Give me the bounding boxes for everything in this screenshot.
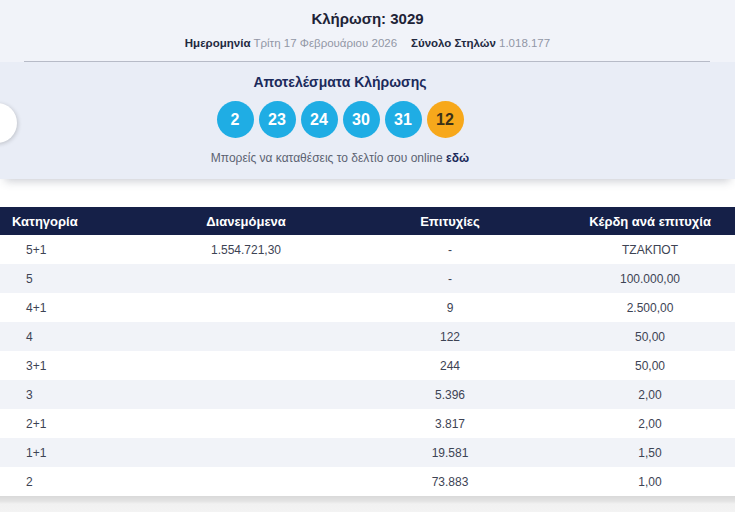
category-cell: 5 bbox=[0, 272, 157, 286]
draw-meta: Ημερομηνία Τρίτη 17 Φεβρουάριου 2026Σύνο… bbox=[0, 37, 735, 49]
table-row: 2+13.8172,00 bbox=[0, 409, 735, 438]
winning-numbers: 22324303112 bbox=[0, 101, 680, 138]
winners-cell: 19.581 bbox=[335, 446, 565, 460]
total-columns: Σύνολο Στηλών 1.018.177 bbox=[411, 37, 550, 49]
winning-number-ball: 23 bbox=[259, 101, 296, 138]
winners-cell: 73.883 bbox=[335, 475, 565, 489]
table-row: 3+124450,00 bbox=[0, 351, 735, 380]
header-distributed: Διανεμόμενα bbox=[157, 214, 335, 229]
winners-cell: - bbox=[335, 272, 565, 286]
prize-table: Κατηγορία Διανεμόμενα Επιτυχίες Κέρδη αν… bbox=[0, 207, 735, 496]
prize-cell: 50,00 bbox=[565, 330, 735, 344]
winning-number-ball: 30 bbox=[343, 101, 380, 138]
category-cell: 5+1 bbox=[0, 243, 157, 257]
draw-title: Κλήρωση: 3029 bbox=[0, 9, 735, 29]
winners-cell: 9 bbox=[335, 301, 565, 315]
caption-text: Μπορείς να καταθέσεις το δελτίο σου onli… bbox=[211, 151, 443, 165]
header-category: Κατηγορία bbox=[0, 214, 157, 229]
table-row: 273.8831,00 bbox=[0, 467, 735, 496]
category-cell: 1+1 bbox=[0, 446, 157, 460]
table-row: 1+119.5811,50 bbox=[0, 438, 735, 467]
results-heading: Αποτελέσματα Κλήρωσης bbox=[0, 74, 680, 90]
prize-cell: 100.000,00 bbox=[565, 272, 735, 286]
prize-cell: 2,00 bbox=[565, 388, 735, 402]
distributed-cell: 1.554.721,30 bbox=[157, 243, 335, 257]
table-row: 412250,00 bbox=[0, 322, 735, 351]
category-cell: 2 bbox=[0, 475, 157, 489]
page-bottom-shadow bbox=[0, 496, 735, 512]
prize-cell: 50,00 bbox=[565, 359, 735, 373]
prize-cell: 2,00 bbox=[565, 417, 735, 431]
date-label: Ημερομηνία bbox=[185, 37, 251, 49]
draw-date: Ημερομηνία Τρίτη 17 Φεβρουάριου 2026 bbox=[185, 37, 397, 49]
results-content: Αποτελέσματα Κλήρωσης 22324303112 Μπορεί… bbox=[0, 62, 680, 165]
spacer bbox=[0, 179, 735, 207]
header-winners: Επιτυχίες bbox=[335, 214, 565, 229]
winning-number-ball: 31 bbox=[385, 101, 422, 138]
bonus-number-ball: 12 bbox=[427, 101, 464, 138]
category-cell: 4 bbox=[0, 330, 157, 344]
winning-number-ball: 2 bbox=[217, 101, 254, 138]
winners-cell: 3.817 bbox=[335, 417, 565, 431]
category-cell: 3 bbox=[0, 388, 157, 402]
submit-online-caption: Μπορείς να καταθέσεις το δελτίο σου onli… bbox=[0, 151, 680, 165]
prize-cell: ΤΖΑΚΠΟΤ bbox=[565, 243, 735, 257]
prize-table-body: 5+11.554.721,30-ΤΖΑΚΠΟΤ5-100.000,004+192… bbox=[0, 235, 735, 496]
table-row: 35.3962,00 bbox=[0, 380, 735, 409]
header-prize: Κέρδη ανά επιτυχία bbox=[565, 214, 735, 229]
date-value: Τρίτη 17 Φεβρουάριου 2026 bbox=[253, 37, 397, 49]
prize-cell: 1,00 bbox=[565, 475, 735, 489]
submit-online-link[interactable]: εδώ bbox=[446, 151, 469, 165]
winners-cell: 244 bbox=[335, 359, 565, 373]
winners-cell: - bbox=[335, 243, 565, 257]
table-row: 5+11.554.721,30-ΤΖΑΚΠΟΤ bbox=[0, 235, 735, 264]
columns-label: Σύνολο Στηλών bbox=[411, 37, 496, 49]
draw-header: Κλήρωση: 3029 Ημερομηνία Τρίτη 17 Φεβρου… bbox=[0, 0, 735, 62]
prize-cell: 2.500,00 bbox=[565, 301, 735, 315]
table-row: 5-100.000,00 bbox=[0, 264, 735, 293]
category-cell: 4+1 bbox=[0, 301, 157, 315]
table-row: 4+192.500,00 bbox=[0, 293, 735, 322]
prize-table-header: Κατηγορία Διανεμόμενα Επιτυχίες Κέρδη αν… bbox=[0, 207, 735, 235]
winning-number-ball: 24 bbox=[301, 101, 338, 138]
category-cell: 2+1 bbox=[0, 417, 157, 431]
columns-value: 1.018.177 bbox=[499, 37, 550, 49]
winners-cell: 5.396 bbox=[335, 388, 565, 402]
results-panel: Αποτελέσματα Κλήρωσης 22324303112 Μπορεί… bbox=[0, 62, 735, 179]
category-cell: 3+1 bbox=[0, 359, 157, 373]
winners-cell: 122 bbox=[335, 330, 565, 344]
prize-cell: 1,50 bbox=[565, 446, 735, 460]
